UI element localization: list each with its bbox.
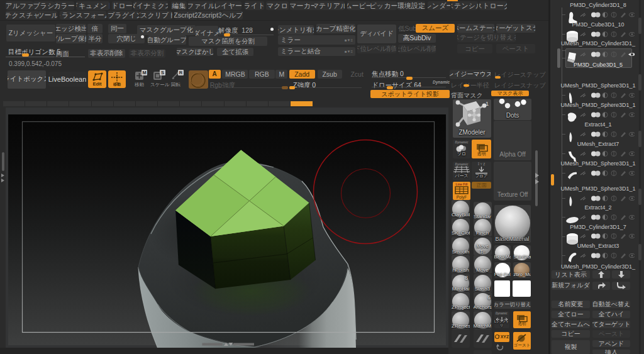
svg-text:M: M bbox=[142, 70, 146, 75]
svg-text:S: S bbox=[161, 70, 164, 75]
svg-text:R: R bbox=[179, 70, 183, 75]
